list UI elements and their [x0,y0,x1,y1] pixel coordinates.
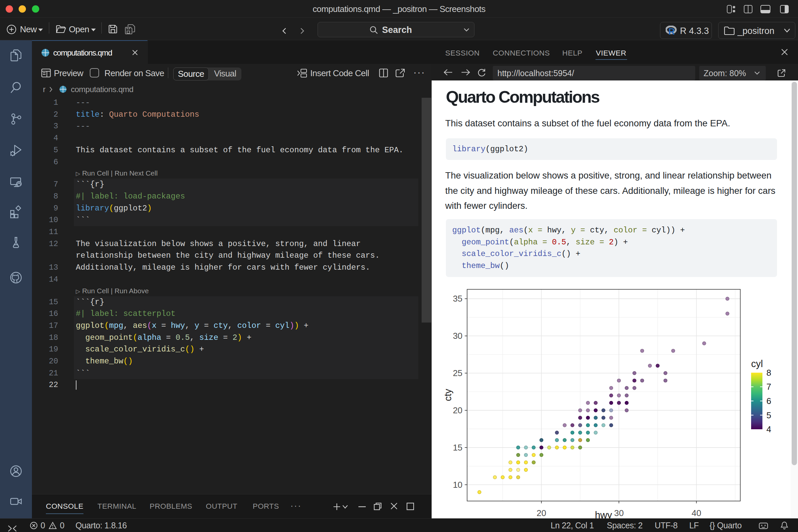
svg-text:hwy: hwy [595,510,612,519]
svg-text:20: 20 [537,508,546,518]
svg-text:5: 5 [766,410,771,420]
svg-text:10: 10 [453,480,462,490]
svg-text:7: 7 [766,382,771,392]
svg-text:cty: cty [442,389,453,401]
svg-text:cyl: cyl [751,358,763,369]
svg-text:8: 8 [766,368,771,378]
svg-text:6: 6 [766,396,771,406]
svg-text:30: 30 [453,331,462,341]
svg-text:4: 4 [766,424,771,434]
svg-text:40: 40 [691,508,701,518]
svg-text:35: 35 [453,293,462,304]
svg-text:15: 15 [453,442,462,453]
svg-text:R: R [668,26,675,36]
svg-text:30: 30 [614,508,624,518]
svg-text:20: 20 [453,405,462,415]
svg-text:25: 25 [453,368,462,378]
